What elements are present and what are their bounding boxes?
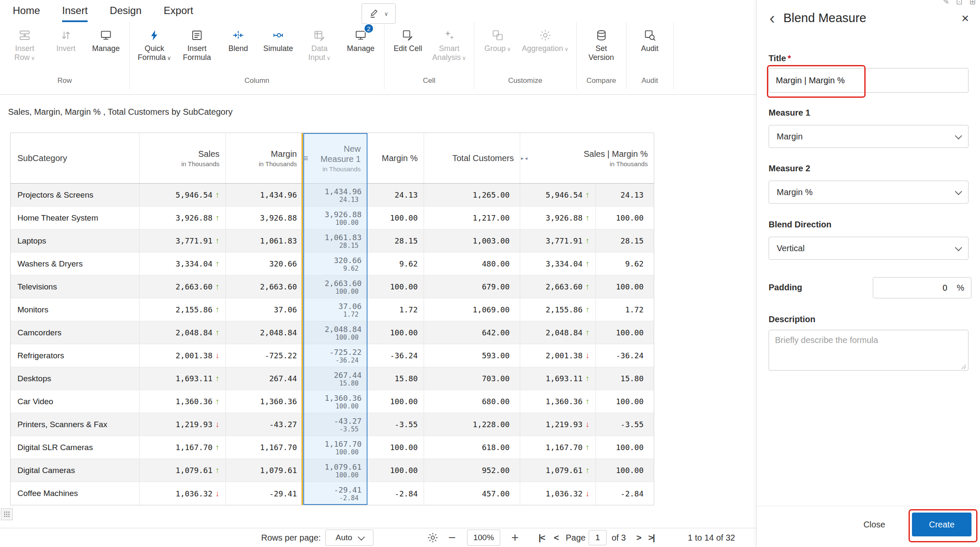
simulate-button[interactable]: Simulate: [258, 23, 298, 74]
margin-pct-cell[interactable]: 100.00: [367, 321, 424, 344]
new-measure-cell[interactable]: 37.061.72: [303, 298, 367, 321]
page-number-input[interactable]: [589, 530, 607, 545]
description-textarea[interactable]: [769, 330, 969, 371]
tab-home[interactable]: Home: [13, 5, 40, 22]
table-row[interactable]: Monitors2,155.86↑37.0637.061.721.721,069…: [11, 298, 654, 321]
total-customers-cell[interactable]: 480.00: [424, 252, 520, 275]
margin-pct-cell[interactable]: 100.00: [367, 390, 424, 413]
padding-input[interactable]: [912, 283, 948, 293]
title-input[interactable]: [769, 68, 969, 93]
column-header-total-customers[interactable]: Total Customers: [424, 133, 520, 183]
zoom-out-button[interactable]: −: [448, 530, 456, 545]
new-measure-cell[interactable]: -725.22-36.24: [303, 344, 367, 367]
margin-pct-cell[interactable]: 15.80: [367, 367, 424, 390]
more-options-icon[interactable]: ⊞: [969, 0, 976, 6]
blend-button[interactable]: Blend: [218, 23, 258, 74]
aggregation-button[interactable]: Aggregation∨: [518, 23, 573, 74]
margin-cell[interactable]: -29.41: [226, 482, 303, 505]
sales-cell[interactable]: 1,219.93↓: [140, 413, 226, 436]
blend-sales-cell[interactable]: 1,219.93↓: [520, 413, 596, 436]
first-page-button[interactable]: |<: [538, 533, 544, 543]
back-chevron-icon[interactable]: ‹: [769, 12, 775, 25]
measure1-dropdown[interactable]: Margin: [769, 125, 969, 148]
total-customers-cell[interactable]: 1,265.00: [424, 184, 520, 206]
blend-sales-cell[interactable]: 3,334.04↑: [520, 252, 596, 275]
blend-margin-pct-cell[interactable]: 1.72: [596, 298, 654, 321]
table-row[interactable]: Washers & Dryers3,334.04↑320.66320.669.6…: [11, 252, 654, 275]
margin-pct-cell[interactable]: 24.13: [367, 184, 424, 206]
table-row[interactable]: Home Theater System3,926.88↑3,926.883,92…: [11, 207, 654, 230]
zoom-in-button[interactable]: +: [511, 530, 519, 545]
new-measure-cell[interactable]: 2,048.84100.00: [303, 321, 367, 344]
table-row[interactable]: Digital Cameras1,079.61↑1,079.611,079.61…: [11, 459, 654, 482]
blend-margin-pct-cell[interactable]: -3.55: [596, 413, 654, 436]
invert-button[interactable]: Invert: [46, 23, 86, 74]
tab-design[interactable]: Design: [110, 5, 142, 22]
total-customers-cell[interactable]: 679.00: [424, 275, 520, 298]
sales-cell[interactable]: 2,048.84↑: [140, 321, 226, 344]
sales-cell[interactable]: 3,771.91↑: [140, 230, 226, 252]
margin-pct-cell[interactable]: 100.00: [367, 275, 424, 298]
subcategory-cell[interactable]: Home Theater System: [11, 207, 140, 229]
margin-pct-cell[interactable]: -36.24: [367, 344, 424, 367]
blend-sales-cell[interactable]: 1,036.32↓: [520, 482, 596, 505]
margin-pct-cell[interactable]: 100.00: [367, 459, 424, 482]
sales-cell[interactable]: 2,663.60↑: [140, 275, 226, 298]
blend-sales-cell[interactable]: 2,155.86↑: [520, 298, 596, 321]
margin-cell[interactable]: -43.27: [226, 413, 303, 436]
new-measure-cell[interactable]: 320.669.62: [303, 252, 367, 275]
padding-input-box[interactable]: %: [873, 277, 971, 298]
margin-pct-cell[interactable]: 28.15: [367, 230, 424, 252]
sales-cell[interactable]: 1,036.32↓: [140, 482, 226, 505]
total-customers-cell[interactable]: 618.00: [424, 436, 520, 459]
new-measure-cell[interactable]: -43.27-3.55: [303, 413, 367, 436]
audit-button[interactable]: Audit: [630, 23, 670, 74]
subcategory-cell[interactable]: Monitors: [11, 298, 140, 321]
margin-cell[interactable]: 2,048.84: [226, 321, 303, 344]
table-row[interactable]: Camcorders2,048.84↑2,048.842,048.84100.0…: [11, 321, 654, 344]
blend-sales-cell[interactable]: 2,048.84↑: [520, 321, 596, 344]
total-customers-cell[interactable]: 680.00: [424, 390, 520, 413]
subcategory-cell[interactable]: Washers & Dryers: [11, 252, 140, 275]
next-page-button[interactable]: >: [636, 533, 641, 543]
new-measure-cell[interactable]: 1,434.9624.13: [303, 184, 367, 206]
blend-margin-pct-cell[interactable]: 100.00: [596, 436, 654, 459]
new-measure-cell[interactable]: 267.4415.80: [303, 367, 367, 390]
last-page-button[interactable]: >|: [648, 533, 654, 543]
new-measure-cell[interactable]: 3,926.88100.00: [303, 207, 367, 229]
column-header-blend[interactable]: ►◄ Sales | Margin % in Thousands: [520, 133, 654, 183]
manage-columns-button[interactable]: 2 Manage: [341, 23, 381, 74]
new-measure-cell[interactable]: 1,167.70100.00: [303, 436, 367, 459]
table-row[interactable]: Laptops3,771.91↑1,061.831,061.8328.1528.…: [11, 230, 654, 252]
margin-pct-cell[interactable]: 100.00: [367, 436, 424, 459]
create-button[interactable]: Create: [912, 513, 971, 536]
margin-cell[interactable]: 1,434.96: [226, 184, 303, 206]
subcategory-cell[interactable]: Laptops: [11, 230, 140, 252]
edit-visual-icon[interactable]: ✎: [943, 0, 949, 6]
rows-per-page-select[interactable]: Auto: [325, 530, 373, 546]
total-customers-cell[interactable]: 1,003.00: [424, 230, 520, 252]
sales-cell[interactable]: 3,926.88↑: [140, 207, 226, 229]
subcategory-cell[interactable]: Televisions: [11, 275, 140, 298]
sales-cell[interactable]: 2,155.86↑: [140, 298, 226, 321]
close-panel-icon[interactable]: ×: [961, 12, 969, 24]
tab-insert[interactable]: Insert: [62, 5, 88, 22]
blend-margin-pct-cell[interactable]: 15.80: [596, 367, 654, 390]
new-measure-cell[interactable]: 1,079.61100.00: [303, 459, 367, 482]
blend-margin-pct-cell[interactable]: -2.84: [596, 482, 654, 505]
total-customers-cell[interactable]: 1,228.00: [424, 413, 520, 436]
visual-drag-handle[interactable]: [1, 508, 13, 520]
table-row[interactable]: Televisions2,663.60↑2,663.602,663.60100.…: [11, 275, 654, 298]
sales-cell[interactable]: 5,946.54↑: [140, 184, 226, 206]
zoom-level[interactable]: 100%: [467, 530, 500, 546]
sales-cell[interactable]: 1,693.11↑: [140, 367, 226, 390]
edit-cell-button[interactable]: Edit Cell: [388, 23, 428, 74]
blend-sales-cell[interactable]: 3,926.88↑: [520, 207, 596, 229]
margin-cell[interactable]: -725.22: [226, 344, 303, 367]
blend-direction-dropdown[interactable]: Vertical: [769, 237, 969, 260]
total-customers-cell[interactable]: 642.00: [424, 321, 520, 344]
edit-mode-button[interactable]: ∨: [362, 3, 396, 24]
column-drag-handle-icon[interactable]: ≡: [303, 153, 308, 163]
measure2-dropdown[interactable]: Margin %: [769, 181, 969, 204]
subcategory-cell[interactable]: Digital Cameras: [11, 459, 140, 482]
